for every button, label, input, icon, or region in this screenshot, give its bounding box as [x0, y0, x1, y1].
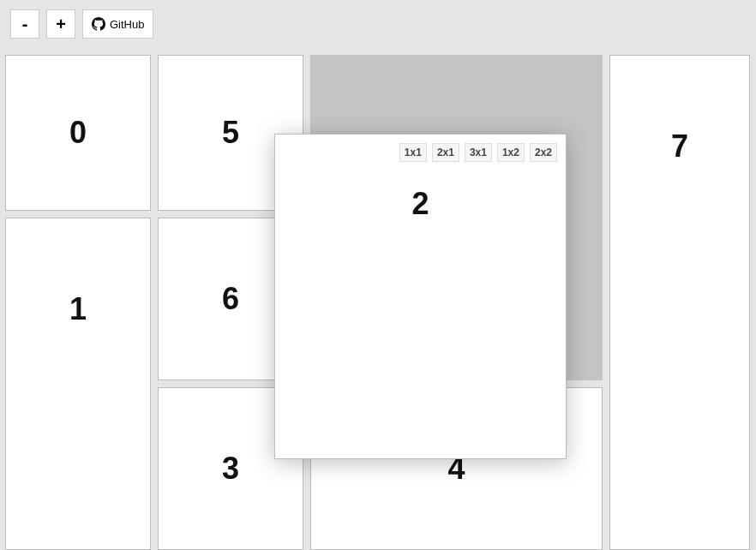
tile-1[interactable]: 1 1 — [5, 218, 151, 550]
remove-tile-button[interactable]: - — [10, 9, 39, 39]
github-icon — [92, 17, 105, 31]
grid-area: 0 5 7 7 1 1 6 3 4 1x1 2x1 3x1 1x2 2x2 2 — [0, 48, 756, 550]
github-link-button[interactable]: GitHub — [82, 9, 153, 39]
tile-7[interactable]: 7 7 — [609, 55, 750, 550]
tile-label: 2 — [275, 186, 566, 222]
size-option-3x1[interactable]: 3x1 — [465, 143, 492, 162]
size-option-2x1[interactable]: 2x1 — [432, 143, 459, 162]
size-option-1x2[interactable]: 1x2 — [497, 143, 525, 162]
size-option-2x2[interactable]: 2x2 — [530, 143, 557, 162]
tile-label: 3 — [222, 451, 239, 487]
size-options: 1x1 2x1 3x1 1x2 2x2 — [399, 143, 557, 162]
tile-label: 0 — [69, 115, 87, 151]
tile-0[interactable]: 0 — [5, 55, 151, 211]
size-option-1x1[interactable]: 1x1 — [399, 143, 427, 162]
tile-label-visible: 1 — [6, 291, 150, 327]
tile-label: 5 — [222, 115, 239, 151]
github-link-label: GitHub — [110, 18, 144, 31]
toolbar: - + GitHub — [0, 0, 756, 48]
tile-label: 6 — [222, 281, 239, 317]
add-tile-button[interactable]: + — [46, 9, 75, 39]
tile-label-visible: 7 — [610, 129, 749, 164]
tile-2-dragging[interactable]: 1x1 2x1 3x1 1x2 2x2 2 — [274, 134, 567, 459]
